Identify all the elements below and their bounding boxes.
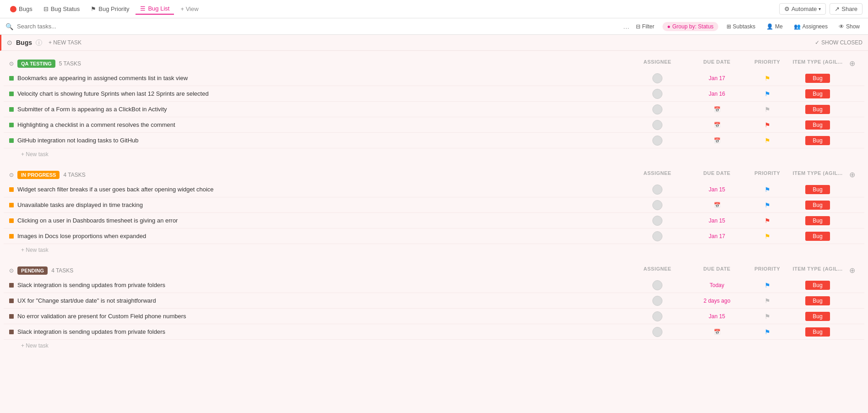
task-name: Unavailable tasks are displayed in time … xyxy=(17,201,143,208)
list-icon: ☰ xyxy=(140,5,146,12)
inprogress-collapse-icon[interactable]: ⊙ xyxy=(9,172,14,178)
filter-label: Filter xyxy=(642,23,655,30)
task-name: Highlighting a checklist in a comment re… xyxy=(17,121,175,128)
item-type-cell: Bug xyxy=(790,281,845,290)
assignee-cell xyxy=(625,185,689,195)
item-type-cell: Bug xyxy=(790,312,845,321)
bugs-info-icon[interactable]: i xyxy=(36,39,42,46)
assignees-label: Assignees xyxy=(803,23,828,30)
table-row[interactable]: Submitter of a Form is appearing as a Cl… xyxy=(4,102,864,117)
item-type-cell: Bug xyxy=(790,74,845,83)
due-date-cell: 📅 xyxy=(689,106,744,113)
task-name: Widget search filter breaks if a user go… xyxy=(17,186,214,193)
search-input[interactable] xyxy=(17,23,619,30)
due-date-cell: Jan 15 xyxy=(689,217,744,224)
due-date-cell: Jan 15 xyxy=(689,186,744,193)
col-header-priority: PRIORITY xyxy=(744,59,790,68)
inprogress-status-badge: IN PROGRESS xyxy=(17,171,60,179)
subtasks-button[interactable]: ⊞ Subtasks xyxy=(724,22,758,31)
table-row[interactable]: Bookmarks are appearing in assigned comm… xyxy=(4,71,864,86)
assignee-cell xyxy=(625,104,689,114)
nav-item-bug-priority[interactable]: ⚑ Bug Priority xyxy=(86,4,134,14)
nav-item-bugs[interactable]: Bugs xyxy=(5,4,37,14)
show-button[interactable]: 👁 Show xyxy=(836,22,863,31)
new-task-button[interactable]: + NEW TASK xyxy=(46,38,84,47)
bugs-section-label: Bugs xyxy=(16,39,32,46)
table-row[interactable]: Highlighting a checklist in a comment re… xyxy=(4,117,864,133)
nav-item-bug-status[interactable]: ⊟ Bug Status xyxy=(39,4,85,14)
qa-task-count: 5 TASKS xyxy=(59,60,81,67)
nav-item-add-view[interactable]: + View xyxy=(176,4,203,14)
add-task-qa[interactable]: + New task xyxy=(4,148,864,160)
priority-cell: ⚑ xyxy=(744,282,790,289)
due-date-cell: Today xyxy=(689,282,744,288)
item-type-cell: Bug xyxy=(790,201,845,210)
nav-bug-status-label: Bug Status xyxy=(51,5,80,12)
assignees-button[interactable]: 👥 Assignees xyxy=(791,22,830,31)
me-button[interactable]: 👤 Me xyxy=(764,22,786,31)
due-date-cell: Jan 16 xyxy=(689,91,744,97)
priority-cell: ⚑ xyxy=(744,201,790,209)
priority-cell: ⚑ xyxy=(744,106,790,113)
item-type-cell: Bug xyxy=(790,296,845,305)
table-row[interactable]: Images in Docs lose proportions when exp… xyxy=(4,228,864,244)
pending-task-count: 4 TASKS xyxy=(51,267,73,274)
assignee-cell xyxy=(625,216,689,226)
filter-button[interactable]: ⊟ Filter xyxy=(633,22,657,31)
inprogress-task-count: 4 TASKS xyxy=(63,172,85,178)
task-status-dot xyxy=(9,76,14,81)
table-row[interactable]: Widget search filter breaks if a user go… xyxy=(4,182,864,197)
assignee-cell xyxy=(625,327,689,337)
table-row[interactable]: UX for "Change start/due date" is not st… xyxy=(4,293,864,309)
priority-icon: ⚑ xyxy=(91,5,96,12)
col-header-priority-3: PRIORITY xyxy=(744,266,790,275)
pending-status-badge: PENDING xyxy=(17,266,48,275)
assignee-cell xyxy=(625,280,689,290)
automate-button[interactable]: ⚙ Automate ▾ xyxy=(779,3,826,15)
task-status-dot xyxy=(9,92,14,96)
task-status-dot xyxy=(9,123,14,127)
nav-item-bug-list[interactable]: ☰ Bug List xyxy=(136,3,174,15)
task-status-dot xyxy=(9,107,14,112)
priority-cell: ⚑ xyxy=(744,90,790,98)
table-row[interactable]: GitHub integration not loading tasks to … xyxy=(4,133,864,148)
bugs-collapse-icon[interactable]: ⊙ xyxy=(7,39,12,46)
qa-status-badge: QA TESTING xyxy=(17,60,55,68)
item-type-cell: Bug xyxy=(790,89,845,98)
table-row[interactable]: No error validation are present for Cust… xyxy=(4,309,864,324)
col-header-assignee-3: ASSIGNEE xyxy=(625,266,689,275)
assignee-cell xyxy=(625,311,689,321)
pending-collapse-icon[interactable]: ⊙ xyxy=(9,267,14,274)
due-date-cell: 📅 xyxy=(689,329,744,335)
more-options-icon[interactable]: ... xyxy=(623,22,629,31)
due-date-cell: 2 days ago xyxy=(689,298,744,304)
table-row[interactable]: Slack integration is sending updates fro… xyxy=(4,324,864,340)
group-by-icon: ● xyxy=(667,23,670,30)
priority-cell: ⚑ xyxy=(744,233,790,240)
task-status-dot xyxy=(9,203,14,207)
table-row[interactable]: Clicking on a user in Dashboards timeshe… xyxy=(4,213,864,228)
item-type-cell: Bug xyxy=(790,327,845,337)
col-header-add-2[interactable]: ⊕ xyxy=(845,170,859,179)
table-row[interactable]: Slack integration is sending updates fro… xyxy=(4,277,864,293)
add-task-pending[interactable]: + New task xyxy=(4,340,864,352)
me-icon: 👤 xyxy=(766,23,773,30)
qa-collapse-icon[interactable]: ⊙ xyxy=(9,60,14,67)
table-row[interactable]: Velocity chart is showing future Sprints… xyxy=(4,86,864,102)
col-header-item-type-2: ITEM TYPE (AGIL... xyxy=(790,170,845,179)
assignee-cell xyxy=(625,120,689,130)
add-task-inprogress[interactable]: + New task xyxy=(4,244,864,256)
col-header-due-date-3: DUE DATE xyxy=(689,266,744,275)
task-status-dot xyxy=(9,299,14,303)
task-status-dot xyxy=(9,330,14,334)
share-button[interactable]: ↗ Share xyxy=(830,3,863,15)
share-label: Share xyxy=(841,5,857,12)
due-date-cell: 📅 xyxy=(689,137,744,144)
show-closed-button[interactable]: SHOW CLOSED xyxy=(821,39,863,46)
col-header-add-3[interactable]: ⊕ xyxy=(845,266,859,275)
show-closed-checkmark: ✓ xyxy=(815,39,819,46)
col-header-add[interactable]: ⊕ xyxy=(845,59,859,68)
group-by-button[interactable]: ● Group by: Status xyxy=(662,22,718,31)
table-row[interactable]: Unavailable tasks are displayed in time … xyxy=(4,197,864,213)
group-pending: ⊙ PENDING 4 TASKS ASSIGNEE DUE DATE PRIO… xyxy=(4,263,864,352)
